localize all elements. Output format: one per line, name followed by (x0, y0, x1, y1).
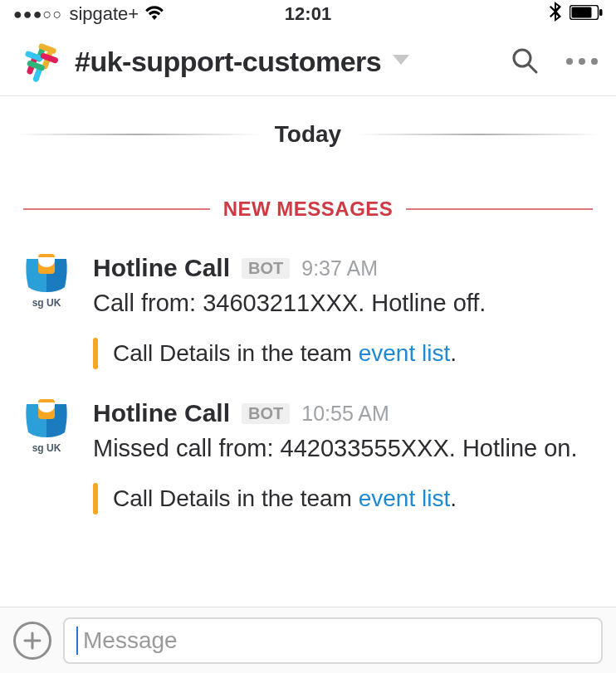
svg-rect-2 (599, 9, 603, 16)
attachment-bar (93, 338, 98, 369)
attachment-link[interactable]: event list (359, 340, 451, 366)
bot-badge: BOT (242, 258, 290, 279)
attachment-suffix: . (450, 340, 457, 366)
message-attachment: Call Details in the team event list. (93, 338, 593, 369)
day-divider: Today (0, 121, 616, 148)
channel-name[interactable]: #uk-support-customers (75, 46, 381, 78)
chevron-down-icon[interactable] (393, 55, 409, 70)
svg-line-12 (529, 65, 536, 72)
message-time: 9:37 AM (301, 256, 378, 280)
message-time: 10:55 AM (301, 402, 389, 426)
message-input[interactable] (81, 627, 589, 655)
svg-rect-1 (572, 7, 592, 18)
attachment-link[interactable]: event list (359, 485, 451, 511)
new-messages-divider: NEW MESSAGES (0, 198, 616, 221)
divider-line (23, 208, 210, 210)
avatar[interactable]: sg UK (23, 399, 70, 446)
message-list: sg UK Hotline Call BOT 9:37 AM Call from… (0, 221, 616, 536)
avatar-tag: sg UK (23, 297, 70, 309)
avatar-tag: sg UK (23, 442, 70, 454)
wifi-icon (145, 3, 164, 25)
add-button[interactable] (13, 622, 51, 660)
channel-header: #uk-support-customers (0, 28, 616, 96)
message-header: Hotline Call BOT 9:37 AM (93, 254, 593, 282)
message-item[interactable]: sg UK Hotline Call BOT 9:37 AM Call from… (0, 246, 616, 391)
status-left: ●●●○○ sipgate+ (13, 3, 285, 25)
svg-point-15 (591, 58, 598, 65)
attachment-suffix: . (450, 485, 457, 511)
more-icon[interactable] (565, 55, 599, 70)
attachment-prefix: Call Details in the team (113, 485, 359, 511)
divider-line (356, 134, 601, 135)
day-label: Today (275, 121, 341, 148)
status-right (331, 2, 603, 27)
attachment-prefix: Call Details in the team (113, 340, 359, 366)
message-header: Hotline Call BOT 10:55 AM (93, 399, 593, 427)
divider-line (15, 134, 260, 135)
attachment-bar (93, 483, 98, 515)
battery-icon (570, 3, 603, 25)
sender-name[interactable]: Hotline Call (93, 254, 230, 282)
message-item[interactable]: sg UK Hotline Call BOT 10:55 AM Missed c… (0, 391, 616, 536)
status-time: 12:01 (285, 3, 331, 25)
avatar[interactable]: sg UK (23, 254, 70, 300)
signal-dots-icon: ●●●○○ (13, 6, 62, 23)
text-caret (76, 627, 78, 655)
bot-badge: BOT (242, 403, 290, 424)
attachment-text: Call Details in the team event list. (113, 340, 457, 367)
message-body: Hotline Call BOT 10:55 AM Missed call fr… (93, 399, 593, 515)
attachment-text: Call Details in the team event list. (113, 485, 457, 512)
search-icon[interactable] (510, 46, 540, 79)
sender-name[interactable]: Hotline Call (93, 399, 230, 427)
message-attachment: Call Details in the team event list. (93, 483, 593, 515)
composer (0, 607, 616, 673)
message-text: Call from: 34603211XXX. Hotline off. (93, 287, 593, 319)
new-messages-label: NEW MESSAGES (223, 198, 394, 221)
bluetooth-icon (550, 2, 561, 27)
divider-line (406, 208, 593, 210)
message-text: Missed call from: 442033555XXX. Hotline … (93, 432, 593, 465)
slack-logo-icon (20, 42, 60, 82)
message-input-wrap[interactable] (63, 617, 603, 664)
svg-point-14 (579, 58, 585, 65)
carrier-label: sipgate+ (69, 3, 139, 25)
svg-point-13 (566, 58, 573, 65)
message-body: Hotline Call BOT 9:37 AM Call from: 3460… (93, 254, 593, 369)
status-bar: ●●●○○ sipgate+ 12:01 (0, 0, 616, 28)
